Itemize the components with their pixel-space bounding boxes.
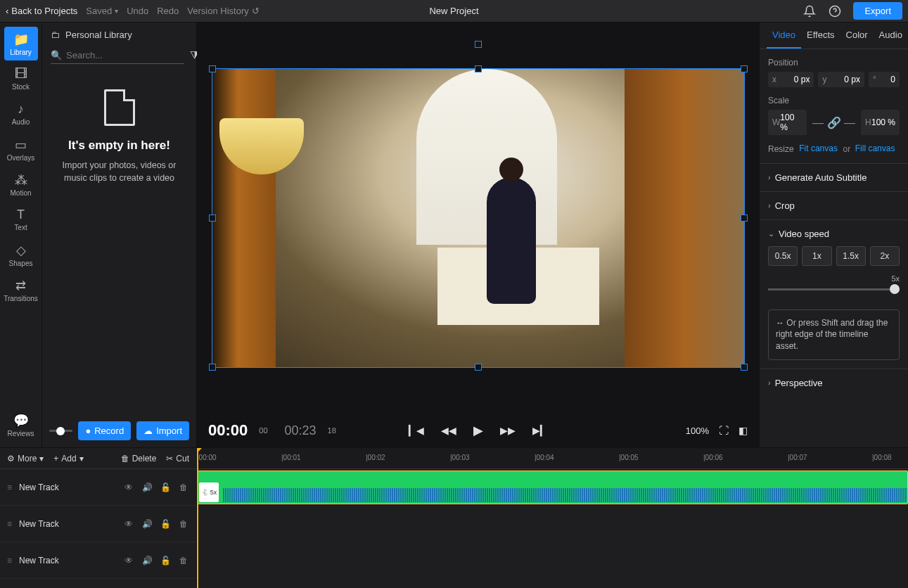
rotation-input[interactable]: °0 [869, 72, 900, 87]
tab-audio[interactable]: Audio [874, 23, 908, 49]
eye-icon[interactable]: 👁 [123, 482, 134, 492]
or-label: or [843, 144, 851, 154]
add-track-button[interactable]: + Add ▾ [53, 454, 83, 464]
trash-icon[interactable]: 🗑 [178, 556, 189, 565]
drag-handle-icon[interactable]: ≡ [7, 519, 12, 529]
lock-icon[interactable]: 🔓 [160, 519, 171, 529]
sidebar-tab-shapes[interactable]: ◇Shapes [4, 238, 38, 271]
playhead[interactable] [197, 448, 198, 588]
speed-1-5x[interactable]: 1.5x [836, 246, 866, 266]
speed-max-label: 5x [891, 274, 900, 283]
file-icon [104, 89, 135, 126]
section-speed[interactable]: ⌄Video speed [768, 229, 900, 239]
track-name[interactable]: New Track [19, 519, 116, 529]
speed-0-5x[interactable]: 0.5x [768, 246, 798, 266]
rewind-icon[interactable]: ◀◀ [441, 425, 456, 436]
timeline-ruler[interactable]: |00:00 |00:01 |00:02 |00:03 |00:04 |00:0… [197, 448, 908, 469]
track-name[interactable]: New Track [19, 556, 116, 565]
lock-icon[interactable]: 🔓 [160, 556, 171, 565]
more-menu[interactable]: ⚙More ▾ [7, 454, 44, 464]
sidebar-tab-text[interactable]: TText [4, 203, 38, 236]
sidebar-tab-stock[interactable]: 🎞Stock [4, 62, 38, 96]
canvas-zoom[interactable]: 100% [686, 426, 709, 436]
canvas-selection[interactable] [212, 69, 744, 367]
search-input-wrap[interactable]: 🔍 [51, 47, 184, 64]
resize-handle-tr[interactable] [741, 65, 748, 72]
sidebar-tab-motion[interactable]: ⁂Motion [4, 167, 38, 201]
forward-icon[interactable]: ▶▶ [500, 425, 516, 436]
timeline-clip[interactable]: 🐇 5x [197, 471, 908, 504]
speed-1x[interactable]: 1x [802, 246, 831, 266]
lock-icon[interactable]: 🔓 [160, 482, 171, 492]
library-header[interactable]: 🗀 Personal Library [42, 23, 196, 47]
chevron-right-icon: › [768, 201, 771, 210]
scale-h-input[interactable]: H100 % [861, 110, 900, 135]
track-row[interactable]: ≡ New Track 👁 🔊 🔓 🗑 [0, 542, 196, 579]
speaker-icon[interactable]: 🔊 [141, 519, 153, 529]
resize-handle-bm[interactable] [475, 364, 482, 371]
drag-handle-icon[interactable]: ≡ [7, 556, 12, 565]
track-row[interactable]: ≡ New Track 👁 🔊 🔓 🗑 [0, 506, 196, 542]
save-status[interactable]: Saved ▾ [86, 6, 118, 16]
resize-handle-ml[interactable] [209, 215, 216, 222]
sidebar-tab-transitions[interactable]: ⇄Transitions [4, 273, 38, 307]
thumbnail-zoom-slider[interactable] [49, 430, 72, 432]
resize-handle-bl[interactable] [209, 364, 216, 371]
sidebar-tab-library[interactable]: 📁Library [4, 27, 38, 60]
trash-icon[interactable]: 🗑 [178, 482, 189, 492]
tab-video[interactable]: Video [767, 23, 801, 49]
prev-clip-icon[interactable]: ▎◀ [409, 425, 424, 436]
resize-handle-mr[interactable] [741, 215, 748, 222]
tab-effects[interactable]: Effects [801, 23, 840, 49]
speed-slider[interactable]: 5x [768, 279, 900, 293]
track-row[interactable]: ≡ New Track 👁 🔊 🔓 🗑 [0, 469, 196, 506]
section-subtitle[interactable]: ›Generate Auto Subtitle [768, 172, 900, 183]
scale-w-input[interactable]: W100 % [768, 110, 807, 135]
position-y-input[interactable]: y0 px [818, 72, 864, 87]
trash-icon[interactable]: 🗑 [178, 519, 189, 529]
speed-hint: ↔ Or press Shift and drag the right edge… [768, 309, 900, 360]
tab-color[interactable]: Color [840, 23, 874, 49]
sidebar-tab-reviews[interactable]: 💬Reviews [4, 408, 38, 442]
section-perspective[interactable]: ›Perspective [768, 378, 900, 388]
resize-handle-br[interactable] [741, 364, 748, 371]
rotate-handle[interactable] [475, 41, 482, 48]
fit-canvas-button[interactable]: Fit canvas [794, 143, 843, 155]
history-icon: ↺ [252, 6, 260, 16]
position-x-input[interactable]: x0 px [768, 72, 814, 87]
record-button[interactable]: ●Record [78, 421, 131, 440]
resize-handle-tl[interactable] [209, 65, 216, 72]
speed-2x[interactable]: 2x [870, 246, 900, 266]
next-clip-icon[interactable]: ▶▎ [532, 425, 548, 436]
eye-icon[interactable]: 👁 [123, 556, 134, 565]
search-input[interactable] [66, 50, 184, 60]
speaker-icon[interactable]: 🔊 [141, 556, 153, 565]
fullscreen-icon[interactable]: ⛶ [719, 425, 729, 436]
panel-toggle-icon[interactable]: ◧ [738, 425, 748, 436]
help-icon[interactable] [828, 4, 842, 18]
clip-thumbnail: 🐇 5x [199, 482, 219, 502]
section-crop[interactable]: ›Crop [768, 200, 900, 211]
speaker-icon[interactable]: 🔊 [141, 482, 153, 492]
sidebar-tab-overlays[interactable]: ▭Overlays [4, 132, 38, 166]
import-button[interactable]: ☁Import [136, 421, 189, 440]
fill-canvas-button[interactable]: Fill canvas [850, 143, 900, 155]
resize-handle-tm[interactable] [475, 65, 482, 72]
export-button[interactable]: Export [853, 2, 902, 20]
project-title[interactable]: New Project [429, 6, 478, 16]
bell-icon[interactable] [803, 4, 817, 18]
eye-icon[interactable]: 👁 [123, 519, 134, 529]
play-icon[interactable]: ▶ [473, 423, 483, 438]
sidebar-tab-audio[interactable]: ♪Audio [4, 97, 38, 131]
version-history-button[interactable]: Version History ↺ [187, 6, 259, 16]
back-to-projects[interactable]: ‹ Back to Projects [6, 6, 77, 16]
drag-handle-icon[interactable]: ≡ [7, 482, 12, 492]
cut-button[interactable]: ✂Cut [166, 454, 189, 464]
redo-button[interactable]: Redo [157, 6, 179, 16]
undo-button[interactable]: Undo [127, 6, 148, 16]
track-name[interactable]: New Track [19, 482, 116, 492]
chevron-down-icon: ⌄ [768, 229, 774, 238]
link-icon[interactable]: — 🔗 — [811, 116, 857, 129]
delete-button[interactable]: 🗑Delete [121, 454, 157, 464]
resize-label: Resize [768, 144, 794, 154]
